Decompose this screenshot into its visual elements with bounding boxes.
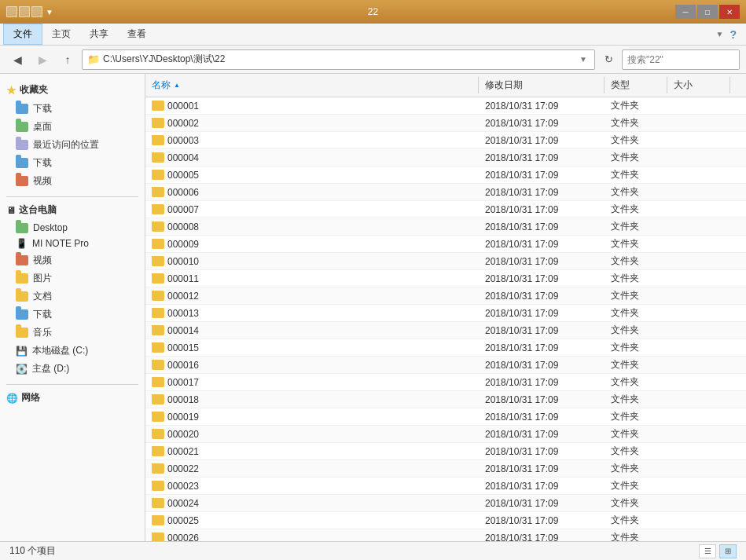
- table-row[interactable]: 000005 2018/10/31 17:09 文件夹: [145, 167, 746, 184]
- view-large-button[interactable]: ⊞: [719, 544, 737, 558]
- file-type-cell: 文件夹: [605, 479, 667, 492]
- sidebar-item-download1[interactable]: 下载: [0, 100, 145, 118]
- file-type-cell: 文件夹: [605, 99, 667, 112]
- address-input[interactable]: [103, 54, 574, 65]
- table-row[interactable]: 000012 2018/10/31 17:09 文件夹: [145, 287, 746, 305]
- file-name: 000022: [167, 463, 199, 474]
- sidebar-item-video-fav[interactable]: 视频: [0, 172, 145, 190]
- menu-item-view[interactable]: 查看: [118, 24, 156, 45]
- sidebar-item-download2[interactable]: 下载: [0, 154, 145, 172]
- table-row[interactable]: 000023 2018/10/31 17:09 文件夹: [145, 478, 746, 495]
- menu-item-share[interactable]: 共享: [80, 24, 118, 45]
- table-row[interactable]: 000010 2018/10/31 17:09 文件夹: [145, 253, 746, 270]
- forward-button[interactable]: ▶: [31, 49, 53, 70]
- file-name: 000016: [167, 360, 199, 371]
- file-name-cell: 000002: [145, 118, 479, 129]
- sidebar-item-drive-d[interactable]: 💽 主盘 (D:): [0, 360, 145, 378]
- title-icon-3: [31, 6, 42, 17]
- sidebar-item-video-pc[interactable]: 视频: [0, 251, 145, 269]
- table-row[interactable]: 000025 2018/10/31 17:09 文件夹: [145, 512, 746, 529]
- maximize-button[interactable]: □: [697, 5, 718, 19]
- item-count: 110 个项目: [9, 544, 56, 558]
- file-type-cell: 文件夹: [605, 185, 667, 199]
- col-date[interactable]: 修改日期: [479, 77, 605, 93]
- table-row[interactable]: 000022 2018/10/31 17:09 文件夹: [145, 460, 746, 478]
- title-icon-1: [6, 6, 17, 17]
- sidebar-item-desktop-pc[interactable]: Desktop: [0, 220, 145, 236]
- computer-icon: 🖥: [6, 205, 16, 216]
- file-name: 000023: [167, 481, 199, 492]
- file-type-cell: 文件夹: [605, 306, 667, 320]
- sidebar-item-label: MI NOTE Pro: [32, 238, 89, 249]
- sidebar-item-pictures[interactable]: 图片: [0, 269, 145, 287]
- menu-item-file[interactable]: 文件: [3, 24, 42, 45]
- folder-icon: [152, 101, 164, 111]
- minimize-button[interactable]: ─: [675, 5, 696, 19]
- table-row[interactable]: 000002 2018/10/31 17:09 文件夹: [145, 115, 746, 132]
- table-row[interactable]: 000018 2018/10/31 17:09 文件夹: [145, 391, 746, 408]
- up-button[interactable]: ↑: [57, 49, 79, 70]
- file-date-cell: 2018/10/31 17:09: [479, 429, 605, 440]
- sidebar-item-desktop[interactable]: 桌面: [0, 118, 145, 136]
- favorites-header[interactable]: ★ 收藏夹: [0, 80, 145, 100]
- sidebar-item-drive-c[interactable]: 💾 本地磁盘 (C:): [0, 342, 145, 360]
- refresh-button[interactable]: ↻: [598, 49, 619, 70]
- file-name: 000018: [167, 394, 199, 405]
- pictures-icon: [16, 273, 28, 284]
- table-row[interactable]: 000007 2018/10/31 17:09 文件夹: [145, 201, 746, 218]
- table-row[interactable]: 000015 2018/10/31 17:09 文件夹: [145, 339, 746, 357]
- table-row[interactable]: 000001 2018/10/31 17:09 文件夹: [145, 97, 746, 115]
- table-row[interactable]: 000011 2018/10/31 17:09 文件夹: [145, 270, 746, 287]
- menu-item-home[interactable]: 主页: [42, 24, 80, 45]
- table-row[interactable]: 000017 2018/10/31 17:09 文件夹: [145, 374, 746, 391]
- sidebar-item-label: 视频: [33, 254, 52, 267]
- table-row[interactable]: 000016 2018/10/31 17:09 文件夹: [145, 357, 746, 374]
- col-size-label: 大小: [674, 79, 693, 92]
- file-name-cell: 000001: [145, 101, 479, 112]
- file-type-cell: 文件夹: [605, 462, 667, 475]
- file-date-cell: 2018/10/31 17:09: [479, 308, 605, 319]
- table-row[interactable]: 000014 2018/10/31 17:09 文件夹: [145, 322, 746, 339]
- sidebar-item-documents[interactable]: 文档: [0, 287, 145, 306]
- col-type[interactable]: 类型: [605, 77, 667, 93]
- close-button[interactable]: ✕: [719, 5, 740, 19]
- table-row[interactable]: 000013 2018/10/31 17:09 文件夹: [145, 305, 746, 322]
- window-title: 22: [368, 6, 378, 17]
- sidebar-item-recent[interactable]: 最近访问的位置: [0, 136, 145, 154]
- table-row[interactable]: 000020 2018/10/31 17:09 文件夹: [145, 426, 746, 443]
- view-details-button[interactable]: ☰: [699, 544, 716, 558]
- table-row[interactable]: 000003 2018/10/31 17:09 文件夹: [145, 132, 746, 149]
- address-bar: 📁 ▼: [82, 49, 595, 70]
- network-header[interactable]: 🌐 网络: [0, 388, 145, 408]
- table-row[interactable]: 000004 2018/10/31 17:09 文件夹: [145, 149, 746, 167]
- sidebar-item-music[interactable]: 音乐: [0, 324, 145, 342]
- file-type: 文件夹: [611, 324, 639, 337]
- computer-header[interactable]: 🖥 这台电脑: [0, 200, 145, 220]
- file-type: 文件夹: [611, 496, 639, 510]
- col-name[interactable]: 名称 ▲: [145, 77, 479, 93]
- file-name-cell: 000023: [145, 481, 479, 492]
- folder-icon: [152, 394, 164, 404]
- table-row[interactable]: 000019 2018/10/31 17:09 文件夹: [145, 408, 746, 426]
- address-dropdown-icon[interactable]: ▼: [577, 53, 590, 66]
- col-size[interactable]: 大小: [667, 77, 730, 93]
- file-type: 文件夹: [611, 116, 639, 130]
- help-icon[interactable]: ?: [729, 28, 737, 41]
- table-row[interactable]: 000024 2018/10/31 17:09 文件夹: [145, 495, 746, 512]
- expand-ribbon-icon[interactable]: ▼: [716, 30, 724, 38]
- table-row[interactable]: 000008 2018/10/31 17:09 文件夹: [145, 218, 746, 236]
- file-type-cell: 文件夹: [605, 531, 667, 541]
- sidebar-item-mi-note-pro[interactable]: 📱 MI NOTE Pro: [0, 236, 145, 251]
- back-button[interactable]: ◀: [6, 49, 28, 70]
- divider-2: [6, 384, 138, 385]
- table-row[interactable]: 000006 2018/10/31 17:09 文件夹: [145, 184, 746, 201]
- file-name: 000017: [167, 377, 199, 388]
- file-type: 文件夹: [611, 168, 639, 181]
- file-type: 文件夹: [611, 479, 639, 492]
- table-row[interactable]: 000026 2018/10/31 17:09 文件夹: [145, 529, 746, 541]
- table-row[interactable]: 000009 2018/10/31 17:09 文件夹: [145, 236, 746, 253]
- file-name-cell: 000013: [145, 308, 479, 319]
- table-row[interactable]: 000021 2018/10/31 17:09 文件夹: [145, 443, 746, 460]
- search-input[interactable]: [627, 54, 745, 65]
- sidebar-item-download-pc[interactable]: 下载: [0, 306, 145, 324]
